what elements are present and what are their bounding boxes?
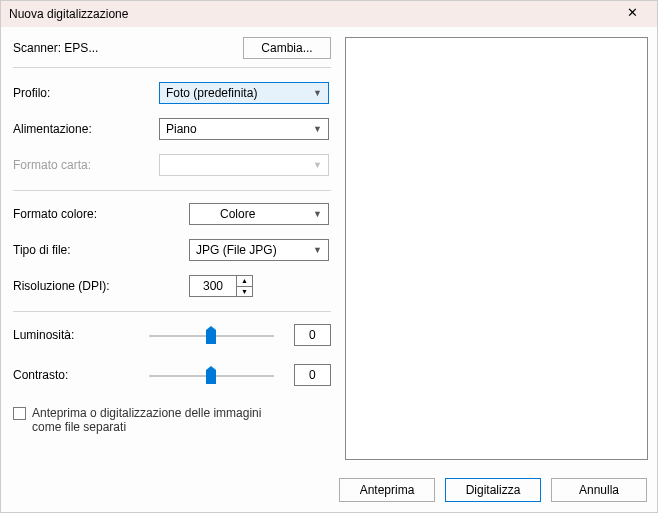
colorfmt-value: Colore xyxy=(220,207,255,221)
resolution-row: Risoluzione (DPI): ▲ ▼ xyxy=(13,275,331,297)
divider xyxy=(13,67,331,68)
profile-label: Profilo: xyxy=(13,86,159,100)
chevron-down-icon: ▼ xyxy=(313,160,322,170)
svg-marker-1 xyxy=(206,366,216,384)
titlebar: Nuova digitalizzazione ✕ xyxy=(1,1,657,27)
colorfmt-row: Formato colore: Colore ▼ xyxy=(13,203,331,225)
separate-files-row: Anteprima o digitalizzazione delle immag… xyxy=(13,406,331,434)
paper-select: ▼ xyxy=(159,154,329,176)
divider xyxy=(13,311,331,312)
close-icon[interactable]: ✕ xyxy=(615,3,649,25)
filetype-row: Tipo di file: JPG (File JPG) ▼ xyxy=(13,239,331,261)
source-value: Piano xyxy=(166,122,197,136)
preview-button[interactable]: Anteprima xyxy=(339,478,435,502)
source-label: Alimentazione: xyxy=(13,122,159,136)
brightness-label: Luminosità: xyxy=(13,328,149,342)
profile-row: Profilo: Foto (predefinita) ▼ xyxy=(13,82,331,104)
slider-thumb-icon[interactable] xyxy=(206,366,216,384)
contrast-label: Contrasto: xyxy=(13,368,149,382)
change-scanner-button[interactable]: Cambia... xyxy=(243,37,331,59)
contrast-slider[interactable] xyxy=(149,364,274,386)
brightness-value[interactable]: 0 xyxy=(294,324,331,346)
chevron-down-icon: ▼ xyxy=(313,245,322,255)
brightness-row: Luminosità: 0 xyxy=(13,324,331,346)
svg-marker-0 xyxy=(206,326,216,344)
profile-select[interactable]: Foto (predefinita) ▼ xyxy=(159,82,329,104)
resolution-label: Risoluzione (DPI): xyxy=(13,279,159,293)
scanner-row: Scanner: EPS... Cambia... xyxy=(13,37,331,59)
resolution-stepper[interactable]: ▲ ▼ xyxy=(237,275,253,297)
scanner-label: Scanner: EPS... xyxy=(13,41,98,55)
chevron-down-icon: ▼ xyxy=(313,124,322,134)
brightness-slider[interactable] xyxy=(149,324,274,346)
contrast-row: Contrasto: 0 xyxy=(13,364,331,386)
chevron-down-icon: ▼ xyxy=(313,209,322,219)
paper-row: Formato carta: ▼ xyxy=(13,154,331,176)
source-select[interactable]: Piano ▼ xyxy=(159,118,329,140)
filetype-select[interactable]: JPG (File JPG) ▼ xyxy=(189,239,329,261)
settings-panel: Scanner: EPS... Cambia... Profilo: Foto … xyxy=(7,33,337,466)
scan-button[interactable]: Digitalizza xyxy=(445,478,541,502)
colorfmt-select[interactable]: Colore ▼ xyxy=(189,203,329,225)
chevron-down-icon[interactable]: ▼ xyxy=(237,287,252,297)
profile-value: Foto (predefinita) xyxy=(166,86,257,100)
resolution-input[interactable] xyxy=(189,275,237,297)
action-buttons: Anteprima Digitalizza Annulla xyxy=(339,478,647,502)
filetype-label: Tipo di file: xyxy=(13,243,159,257)
window-title: Nuova digitalizzazione xyxy=(9,7,128,21)
separate-files-label: Anteprima o digitalizzazione delle immag… xyxy=(32,406,292,434)
separate-files-checkbox[interactable] xyxy=(13,407,26,420)
source-row: Alimentazione: Piano ▼ xyxy=(13,118,331,140)
chevron-down-icon: ▼ xyxy=(313,88,322,98)
preview-area xyxy=(345,37,648,460)
chevron-up-icon[interactable]: ▲ xyxy=(237,276,252,287)
contrast-value[interactable]: 0 xyxy=(294,364,331,386)
colorfmt-label: Formato colore: xyxy=(13,207,159,221)
filetype-value: JPG (File JPG) xyxy=(196,243,277,257)
divider xyxy=(13,190,331,191)
paper-label: Formato carta: xyxy=(13,158,159,172)
cancel-button[interactable]: Annulla xyxy=(551,478,647,502)
slider-thumb-icon[interactable] xyxy=(206,326,216,344)
